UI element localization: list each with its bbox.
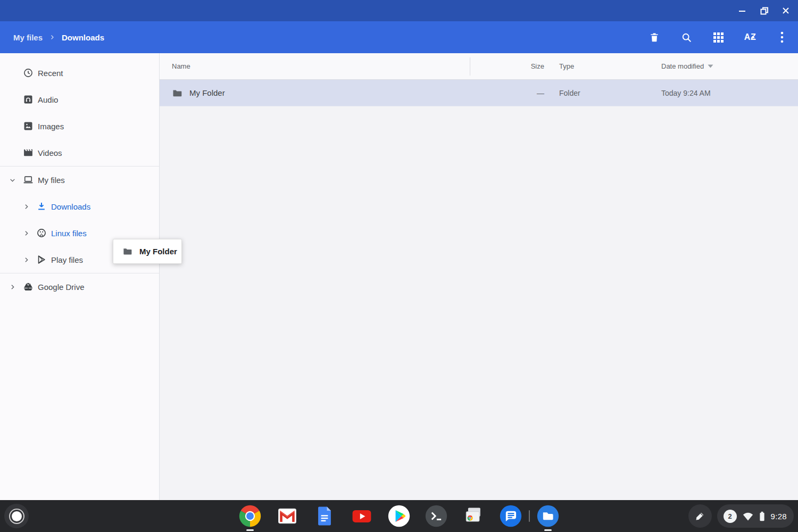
file-type-cell: Folder (544, 89, 660, 97)
chrome-app-button[interactable] (238, 504, 262, 528)
folder-icon (172, 88, 182, 98)
stylus-tools-button[interactable] (688, 504, 712, 528)
clock-icon (23, 68, 34, 78)
restore-button[interactable] (756, 3, 772, 19)
grid-view-icon (713, 32, 724, 43)
chrome-remote-desktop-icon (462, 504, 485, 528)
battery-icon (759, 511, 765, 521)
close-button[interactable] (778, 3, 794, 19)
chevron-down-icon[interactable] (8, 176, 16, 184)
download-icon (36, 201, 47, 212)
sidebar-item-images[interactable]: Images (0, 113, 159, 139)
chevron-right-icon[interactable] (22, 229, 30, 237)
drag-ghost-label: My Folder (139, 247, 177, 256)
headphones-icon (23, 94, 34, 105)
file-name-cell: My Folder (160, 88, 470, 98)
kebab-menu-icon (780, 31, 784, 43)
breadcrumb: My files Downloads (0, 33, 104, 42)
delete-button[interactable] (644, 27, 665, 48)
files-app-button[interactable] (536, 504, 560, 528)
sidebar-item-recent[interactable]: Recent (0, 60, 159, 86)
sidebar-item-label: My files (38, 176, 65, 185)
chrome-icon (238, 504, 262, 528)
chevron-right-icon[interactable] (22, 202, 30, 211)
terminal-icon (425, 504, 448, 528)
chevron-right-icon[interactable] (22, 255, 30, 264)
sidebar-item-videos[interactable]: Videos (0, 139, 159, 166)
file-date-cell: Today 9:24 AM (660, 89, 798, 97)
sort-caret-icon (708, 64, 713, 68)
sidebar-item-downloads[interactable]: Downloads (0, 193, 159, 220)
sidebar: Recent Audio Images Videos (0, 53, 160, 500)
launcher-icon (9, 509, 24, 524)
column-header-type[interactable]: Type (544, 62, 660, 70)
list-header: Name Size Type Date modified (160, 53, 798, 80)
more-options-button[interactable] (771, 27, 793, 48)
status-tray[interactable]: 2 9:28 (717, 504, 794, 528)
minimize-button[interactable] (734, 3, 750, 19)
toolbar: My files Downloads (0, 21, 798, 53)
google-drive-icon (23, 281, 34, 292)
file-list: Name Size Type Date modified My Folder —… (160, 53, 798, 500)
youtube-app-button[interactable] (350, 504, 373, 528)
notification-count-badge: 2 (724, 510, 737, 523)
sidebar-item-my-files[interactable]: My files (0, 167, 159, 193)
shelf-separator (529, 510, 530, 522)
search-button[interactable] (676, 27, 697, 48)
sidebar-item-label: Images (38, 122, 64, 131)
laptop-icon (23, 174, 34, 185)
shelf-apps (238, 504, 560, 528)
folder-icon (122, 246, 132, 256)
grid-view-button[interactable] (708, 27, 729, 48)
play-store-icon (387, 504, 411, 528)
sidebar-item-label: Audio (38, 95, 58, 104)
sidebar-item-audio[interactable]: Audio (0, 86, 159, 113)
sidebar-item-label: Videos (38, 148, 62, 157)
breadcrumb-chevron-icon (49, 34, 55, 40)
google-docs-icon (313, 504, 336, 528)
image-icon (23, 121, 34, 131)
files-app-window: My files Downloads (0, 0, 798, 532)
close-icon (782, 7, 789, 14)
minimize-icon (738, 7, 746, 14)
column-header-name[interactable]: Name (160, 62, 470, 70)
sort-direction-caret-icon (751, 31, 755, 40)
movie-icon (23, 147, 34, 158)
shelf: 2 9:28 (0, 500, 798, 532)
sidebar-item-label: Recent (38, 69, 63, 78)
messages-icon (499, 504, 522, 528)
chrome-remote-desktop-app-button[interactable] (462, 504, 485, 528)
sidebar-item-label: Linux files (51, 229, 87, 238)
sidebar-item-label: Google Drive (38, 282, 85, 292)
terminal-app-button[interactable] (425, 504, 448, 528)
restore-icon (760, 7, 768, 15)
search-icon (681, 32, 692, 43)
sort-button[interactable]: AZ (739, 27, 761, 48)
breadcrumb-my-files[interactable]: My files (13, 33, 43, 42)
google-docs-app-button[interactable] (313, 504, 336, 528)
column-header-date-modified[interactable]: Date modified (660, 62, 798, 70)
trash-icon (649, 32, 660, 43)
files-app-icon (536, 504, 560, 528)
stylus-icon (695, 511, 705, 521)
file-size-cell: — (470, 89, 544, 97)
sidebar-item-label: Downloads (51, 202, 90, 211)
messages-app-button[interactable] (499, 504, 522, 528)
play-store-app-button[interactable] (387, 504, 411, 528)
gmail-app-button[interactable] (276, 504, 299, 528)
clock: 9:28 (771, 512, 787, 521)
wifi-icon (743, 512, 753, 521)
chevron-right-icon[interactable] (8, 282, 16, 291)
toolbar-actions: AZ (633, 27, 798, 48)
column-header-label: Date modified (661, 62, 704, 70)
sidebar-item-google-drive[interactable]: Google Drive (0, 273, 159, 300)
window-body: Recent Audio Images Videos (0, 53, 798, 500)
penguin-icon (36, 228, 47, 238)
drag-ghost-my-folder: My Folder (113, 239, 182, 264)
google-play-icon (36, 254, 47, 265)
launcher-button[interactable] (4, 504, 29, 528)
file-row-my-folder[interactable]: My Folder — Folder Today 9:24 AM (160, 80, 798, 106)
column-header-size[interactable]: Size (470, 57, 544, 76)
gmail-icon (276, 504, 299, 528)
window-titlebar (0, 0, 798, 21)
